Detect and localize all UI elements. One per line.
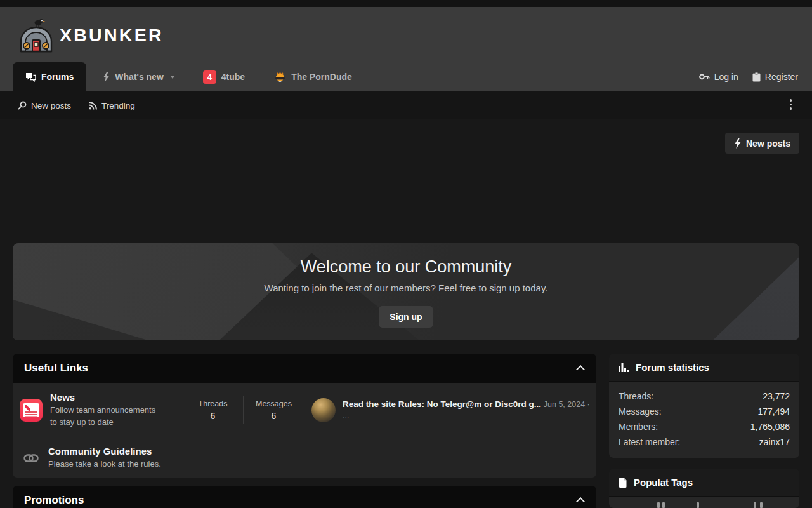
forum-statistics-body: Threads: 23,772 Messages: 177,494 Member… (609, 382, 799, 458)
messages-label: Messages (250, 399, 298, 408)
new-posts-label: New posts (31, 101, 71, 110)
main-nav: Forums What's new 4 4tube (0, 62, 812, 91)
messages-value: 6 (250, 411, 298, 421)
clipped-tag-text (754, 502, 756, 508)
node-description: Please take a look at the rules. (48, 458, 161, 471)
forum-node-guidelines[interactable]: Community Guidelines Please take a look … (13, 438, 596, 478)
divider (243, 396, 244, 424)
stat-value: 177,494 (757, 404, 790, 419)
rss-icon (89, 102, 97, 110)
lightning-bolt-icon (103, 72, 110, 82)
tab-label: What's new (115, 72, 163, 82)
welcome-subtitle: Wanting to join the rest of our members?… (13, 283, 799, 293)
brand[interactable]: XBUNKER (19, 13, 158, 58)
brand-name: XBUNKER (60, 26, 164, 46)
welcome-banner: Welcome to our Community Wanting to join… (13, 243, 799, 340)
clipped-tag-text (657, 502, 660, 508)
popular-tags-title: Populat Tags (634, 477, 693, 488)
new-posts-link[interactable]: New posts (18, 101, 71, 110)
trending-label: Trending (102, 101, 135, 110)
stat-row-threads: Threads: 23,772 (619, 389, 790, 404)
chevron-down-icon (170, 76, 175, 79)
news-app-icon (20, 399, 43, 422)
latest-post[interactable]: Read the site Rules: No Telegr@m or Disc… (311, 398, 596, 422)
trending-link[interactable]: Trending (89, 101, 135, 110)
clipped-tag-text (697, 502, 699, 508)
stat-label: Latest member: (619, 434, 680, 450)
forum-home-page: XBUNKER Forums What's new (0, 0, 812, 508)
lightning-bolt-icon (734, 138, 741, 149)
node-title[interactable]: News (50, 392, 161, 403)
top-strip (0, 0, 812, 7)
stat-label: Threads: (619, 389, 653, 404)
forum-statistics-header: Forum statistics (609, 354, 799, 382)
register-label: Register (765, 72, 798, 82)
tab-label: Forums (41, 72, 74, 82)
sign-up-button[interactable]: Sign up (379, 306, 433, 328)
node-stats: Threads 6 Messages 6 (189, 396, 298, 424)
threads-label: Threads (189, 399, 237, 408)
promotions-header[interactable]: Promotions (13, 486, 596, 508)
clipped-tag-text (760, 502, 763, 508)
forum-node-news[interactable]: News Follow team announcements to stay u… (13, 383, 596, 438)
promotions-block: Promotions (13, 486, 596, 508)
node-description: Follow team announcements to stay up to … (50, 404, 161, 429)
forum-statistics-widget: Forum statistics Threads: 23,772 Message… (609, 354, 799, 458)
stat-row-members: Members: 1,765,086 (619, 419, 790, 434)
tab-4tube[interactable]: 4 4tube (193, 62, 255, 91)
stat-row-latest-member: Latest member: zainx17 (619, 434, 790, 450)
register-link[interactable]: Register (752, 72, 798, 82)
useful-links-block: Useful Links News Follow team announceme… (13, 354, 596, 478)
stat-value[interactable]: zainx17 (759, 434, 790, 450)
threads-stat: Threads 6 (189, 399, 237, 421)
popular-tags-widget: Populat Tags (609, 469, 799, 508)
tab-label: The PornDude (291, 72, 352, 82)
key-icon (699, 73, 710, 81)
welcome-title: Welcome to our Community (13, 257, 799, 277)
new-posts-button-label: New posts (746, 138, 790, 149)
new-posts-button[interactable]: New posts (725, 133, 799, 154)
tab-forums[interactable]: Forums (13, 62, 86, 91)
kebab-menu-icon[interactable] (790, 99, 792, 110)
node-info: Community Guidelines Please take a look … (48, 446, 161, 471)
stat-label: Members: (619, 419, 658, 434)
clipboard-icon (752, 72, 761, 82)
site-header: XBUNKER Forums What's new (0, 7, 812, 91)
forum-statistics-title: Forum statistics (636, 362, 709, 373)
chevron-up-icon[interactable] (577, 497, 585, 504)
auth-links: Log in Register (699, 62, 798, 91)
node-title[interactable]: Community Guidelines (48, 446, 161, 457)
messages-stat: Messages 6 (250, 399, 298, 421)
bar-chart-icon (619, 363, 629, 372)
page-icon (619, 478, 627, 488)
login-link[interactable]: Log in (699, 72, 738, 82)
bird-icon (35, 19, 46, 27)
stat-label: Messages: (619, 404, 662, 419)
tab-porndude[interactable]: The PornDude (264, 62, 362, 91)
tab-label: 4tube (221, 72, 245, 82)
chat-bubbles-icon (25, 72, 36, 82)
login-label: Log in (714, 72, 738, 82)
dude-face-icon (274, 72, 286, 83)
threads-value: 6 (189, 411, 237, 421)
magnifier-icon (18, 101, 27, 110)
promotions-title: Promotions (24, 494, 84, 507)
latest-post-title[interactable]: Read the site Rules: No Telegr@m or Disc… (343, 399, 541, 409)
chain-link-icon (23, 454, 39, 462)
bunker-logo-icon (19, 17, 53, 54)
quick-links-bar: New posts Trending (0, 91, 812, 119)
red-4-badge-icon: 4 (203, 70, 216, 84)
tab-whats-new[interactable]: What's new (93, 62, 185, 91)
useful-links-header[interactable]: Useful Links (13, 354, 596, 383)
stat-value: 1,765,086 (750, 419, 790, 434)
stat-value: 23,772 (763, 389, 790, 404)
popular-tags-header: Populat Tags (609, 469, 799, 497)
stat-row-messages: Messages: 177,494 (619, 404, 790, 419)
clipped-tag-text (662, 502, 665, 508)
useful-links-title: Useful Links (24, 362, 88, 375)
popular-tags-body (609, 497, 799, 508)
chevron-up-icon[interactable] (577, 364, 585, 372)
avatar[interactable] (311, 398, 336, 422)
node-info: News Follow team announcements to stay u… (50, 392, 161, 429)
